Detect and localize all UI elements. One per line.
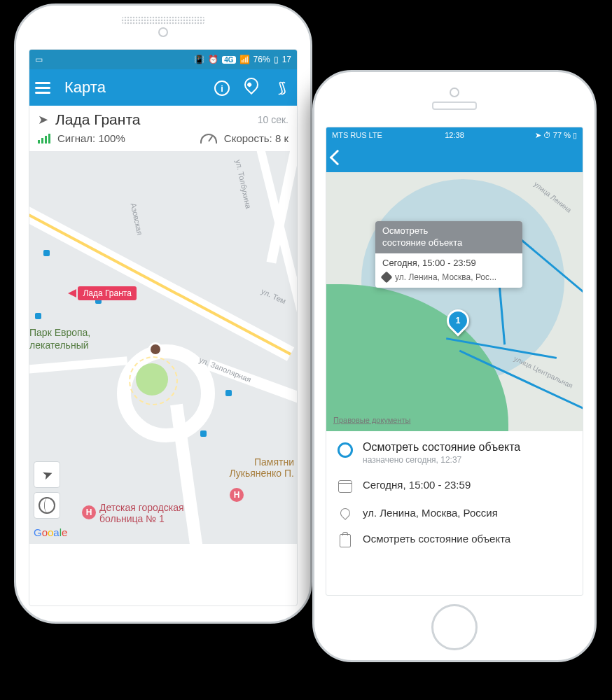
iphone-screen: MTS RUS LTE 12:38 ➤ ⏱ 77 % ▯ ули [326,127,583,596]
task-time: Сегодня, 15:00 - 23:59 [363,479,471,491]
calendar-icon [338,480,352,493]
tooltip-header: Осмотреть состояние объекта [375,221,522,253]
signal-bars-icon [38,134,50,144]
nav-bar [326,143,583,172]
poi-monument-label: Памятни Лукьяненко П. [229,456,294,479]
tooltip-time: Сегодня, 15:00 - 23:59 [375,253,522,272]
battery-icon: ▯ [573,131,577,139]
android-status-bar: ▭ 📳 ⏰ 4G 📶 76% ▯ 17 [29,50,297,69]
battery-percent: 76% [253,55,270,64]
location-arrow-icon: ➤ [38,112,48,127]
map-layers-button[interactable] [34,492,60,519]
task-description-row[interactable]: Осмотреть состояние объекта [338,526,571,554]
carrier-label: MTS RUS LTE [332,131,382,139]
vibrate-icon: 📳 [194,55,204,64]
location-arrow-icon: ➤ [535,131,541,139]
status-left: ▭ [35,55,43,64]
iphone-frame: MTS RUS LTE 12:38 ➤ ⏱ 77 % ▯ ули [312,70,597,662]
android-screen: ▭ 📳 ⏰ 4G 📶 76% ▯ 17 Карта i ⟆⟆ [29,49,298,606]
vehicle-marker[interactable]: Лада Гранта [68,286,137,300]
home-button[interactable] [431,604,478,650]
poi-park-label: Парк Европа, лекательный [29,327,127,351]
app-toolbar: Карта i ⟆⟆ [29,69,297,106]
task-marker-number: 1 [449,312,467,330]
signal-icon: 📶 [239,55,250,64]
speaker-icon [432,102,477,110]
poi-text: больница № 1 [99,513,184,524]
menu-button[interactable] [35,87,56,89]
hospital-badge-icon: H [230,488,244,502]
info-button[interactable]: i [211,79,232,97]
task-details-panel: Осмотреть состояние объекта назначено се… [326,431,583,561]
task-address: ул. Ленина, Москва, Россия [363,507,498,519]
my-location-button[interactable]: ➤ [34,461,60,488]
vehicle-name: Лада Гранта [55,111,251,128]
status-right: 📳 ⏰ 4G 📶 76% ▯ 17 [194,55,291,64]
bus-stop-icon [225,390,232,396]
speedometer-icon [200,134,217,144]
location-arrow-icon: ➤ [39,465,55,484]
front-camera-icon [158,27,168,37]
tooltip-address-row: ул. Ленина, Москва, Рос... [375,272,522,288]
map-legal-link[interactable]: Правовые документы [333,416,410,424]
status-right: ➤ ⏱ 77 % ▯ [535,131,577,140]
hospital-badge-icon: H [82,505,96,519]
clock-time: 17 [282,55,291,64]
tooltip-address: ул. Ленина, Москва, Рос... [395,272,496,282]
bus-stop-icon [43,250,50,256]
poi-dot-icon [148,342,162,356]
task-address-row[interactable]: ул. Ленина, Москва, Россия [338,500,571,526]
route-button[interactable]: ⟆⟆ [270,79,291,96]
alarm-icon: ⏰ [208,55,218,64]
bus-stop-icon [35,313,41,319]
bus-stop-icon [200,430,207,437]
directions-icon [381,271,393,283]
poi-text: лекательный [29,340,127,352]
tooltip-title: Осмотреть [382,225,515,237]
task-title: Осмотреть состояние объекта [363,441,520,454]
poi-text: Парк Европа, [29,327,127,340]
speed-label: Скорость: 8 к [224,132,288,144]
tooltip-title: состояние объекта [382,237,515,249]
task-title-row[interactable]: Осмотреть состояние объекта назначено се… [338,434,571,472]
clipboard-icon [340,534,351,547]
page-title: Карта [64,78,203,97]
route-icon: ⟆⟆ [278,80,284,95]
network-type-badge: 4G [222,56,235,64]
signal-label: Сигнал: 100% [57,132,125,144]
poi-hospital-label: Детская городская больница № 1 [99,502,184,524]
map-attribution: Gooale [34,526,67,538]
alarm-icon: ⏱ [543,131,551,139]
speaker-icon [121,16,205,24]
last-update-time: 10 сек. [258,114,288,125]
geozone-button[interactable] [241,79,262,97]
task-description: Осмотреть состояние объекта [363,533,510,545]
task-map-canvas[interactable]: улица Ленина улица Центральная 1 Осмотре… [326,172,583,431]
map-canvas[interactable]: ул. Толбухина Азовская ул. Тем ул. Запол… [29,152,297,544]
info-icon: i [214,80,230,96]
hamburger-icon [35,87,50,89]
back-button[interactable] [332,152,343,163]
chevron-left-icon [330,150,346,166]
poi-text: Лукьяненко П. [229,468,294,479]
ios-status-bar: MTS RUS LTE 12:38 ➤ ⏱ 77 % ▯ [326,127,583,143]
alert-pin-icon [242,74,261,94]
direction-arrow-icon [68,289,76,298]
map-controls: ➤ [34,461,60,519]
battery-percent: 77 % [553,131,571,139]
globe-icon [39,497,55,514]
task-time-row[interactable]: Сегодня, 15:00 - 23:59 [338,472,571,500]
poi-text: Детская городская [99,502,184,513]
street-label: улица Ленина [533,180,573,214]
poi-text: Памятни [229,456,294,468]
front-camera-icon [450,88,459,97]
android-phone-frame: ▭ 📳 ⏰ 4G 📶 76% ▯ 17 Карта i ⟆⟆ [14,4,312,624]
task-assigned-label: назначено сегодня, 12:37 [363,455,520,465]
street-label: улица Центральная [513,354,574,389]
pin-icon [338,506,352,520]
battery-icon: ▯ [274,55,279,64]
task-tooltip[interactable]: Осмотреть состояние объекта Сегодня, 15:… [375,221,522,288]
status-ring-icon [338,442,353,458]
bezel-top [16,6,310,48]
vehicle-marker-label: Лада Гранта [78,286,136,300]
